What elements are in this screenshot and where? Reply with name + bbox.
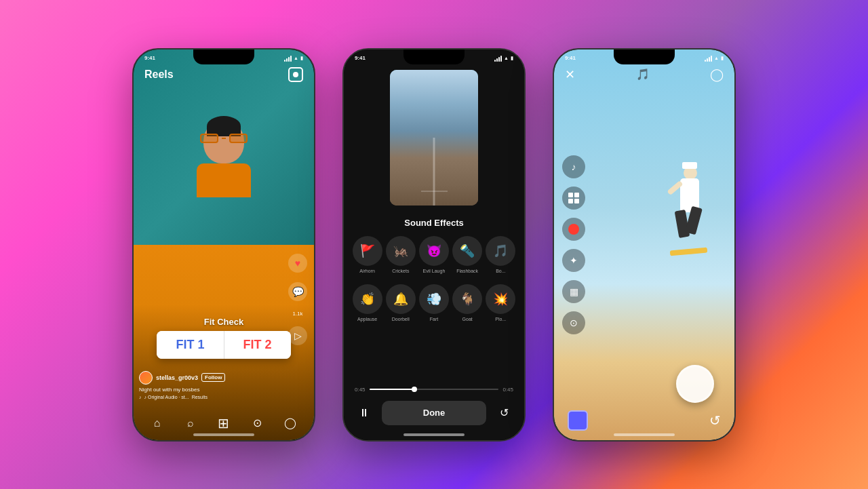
flip-camera-button[interactable]: ↺: [709, 412, 721, 429]
layout-tool[interactable]: ▦: [562, 280, 585, 303]
bar3: [288, 57, 290, 62]
more-1-label: Bo...: [496, 269, 505, 273]
sound-fart[interactable]: 💨 Fart: [418, 284, 450, 321]
status-bar-2: 9:41 ▲ ▮: [344, 52, 524, 64]
flashback-label: Flashback: [456, 269, 478, 273]
grid-tool[interactable]: [562, 187, 585, 210]
progress-thumb[interactable]: [412, 387, 417, 392]
more-2-icon: 💥: [486, 284, 515, 314]
progress-bar: 0:45 0:45: [355, 387, 513, 393]
sound-more-1[interactable]: 🎵 Bo...: [484, 236, 517, 273]
home-indicator-3: [614, 433, 675, 436]
fart-label: Fart: [430, 317, 438, 321]
skater-hat: [682, 162, 697, 169]
skater-figure: [667, 166, 721, 261]
status-time: 9:41: [144, 55, 155, 61]
nav-home[interactable]: ⌂: [150, 416, 165, 431]
user-row: stellas_gr00v3 Follow: [139, 371, 287, 385]
sound-grid: 🚩 Airhorn 🦗 Crickets 😈 Evil Laugh 🔦 Flas…: [344, 236, 524, 332]
mic-muted-icon[interactable]: 🎵: [636, 68, 650, 81]
nav-create[interactable]: ⊞: [216, 416, 231, 431]
comment-button[interactable]: 💬: [288, 282, 307, 301]
sound-applause[interactable]: 👏 Applause: [351, 284, 384, 321]
timer-tool[interactable]: ⊙: [562, 311, 585, 334]
skater-body: [667, 166, 721, 261]
sound-airhorn[interactable]: 🚩 Airhorn: [351, 236, 384, 273]
more-1-icon: 🎵: [486, 236, 515, 266]
results-label[interactable]: Results: [192, 395, 208, 399]
follow-button[interactable]: Follow: [201, 373, 225, 382]
doorbell-label: Doorbell: [392, 317, 410, 321]
time-end: 0:45: [502, 387, 513, 393]
sound-evil-laugh[interactable]: 😈 Evil Laugh: [418, 236, 450, 273]
color-picker[interactable]: [568, 410, 588, 431]
done-button[interactable]: Done: [382, 401, 486, 425]
bar3: [709, 57, 710, 62]
phone1-screen: 9:41 ▲ ▮ Reels ♥ 💬 1.1k ▷: [134, 50, 314, 440]
bar1: [494, 60, 496, 62]
applause-label: Applause: [357, 317, 377, 321]
tools-panel: ♪ ✦ ▦ ⊙: [562, 155, 585, 334]
time-start: 0:45: [355, 387, 366, 393]
fit-buttons-container: FIT 1 FIT 2: [157, 331, 290, 359]
fit1-button[interactable]: FIT 1: [157, 331, 224, 359]
grid-cell: [568, 193, 573, 197]
person-body: [197, 163, 251, 197]
phone-camera: 9:41 ▲ ▮ ✕ 🎵 ◯ ♪: [553, 48, 736, 442]
glasses-right: [229, 134, 248, 143]
more-2-label: Plo...: [495, 317, 506, 321]
camera-header: ✕ 🎵 ◯: [554, 67, 734, 82]
phone-reels: 9:41 ▲ ▮ Reels ♥ 💬 1.1k ▷: [132, 48, 315, 442]
bar1: [705, 60, 706, 62]
status-icons-3: ▲ ▮: [705, 55, 724, 62]
post-caption: Night out with my bosbes: [139, 387, 287, 393]
settings-button[interactable]: ◯: [710, 67, 724, 82]
effects-tool[interactable]: ✦: [562, 249, 585, 272]
goat-label: Goat: [462, 317, 473, 321]
audio-info: ♪ ♪ Original Audio · st... Results: [139, 395, 287, 399]
signal-bars: [284, 55, 292, 62]
record-dot: [568, 224, 579, 235]
goat-icon: 🐐: [452, 284, 482, 314]
fit2-button[interactable]: FIT 2: [224, 331, 291, 359]
sound-goat[interactable]: 🐐 Goat: [451, 284, 484, 321]
evil-laugh-icon: 😈: [419, 236, 449, 266]
camera-icon[interactable]: [288, 67, 303, 82]
battery-icon-3: ▮: [721, 56, 724, 61]
nav-shop[interactable]: ⊙: [250, 416, 264, 431]
video-preview: [390, 70, 478, 206]
record-button[interactable]: [562, 218, 585, 241]
sound-crickets[interactable]: 🦗 Crickets: [384, 236, 417, 273]
sound-effects-title: Sound Effects: [344, 218, 524, 228]
music-tool[interactable]: ♪: [562, 155, 585, 178]
progress-track[interactable]: [370, 389, 499, 390]
status-icons: ▲ ▮: [284, 55, 303, 62]
replay-button[interactable]: ↺: [494, 404, 513, 423]
evil-laugh-label: Evil Laugh: [423, 269, 446, 273]
person-figure: [197, 119, 251, 197]
close-button[interactable]: ✕: [565, 67, 575, 82]
like-button[interactable]: ♥: [288, 254, 307, 273]
person-glasses: [200, 133, 248, 144]
nav-profile[interactable]: ◯: [283, 416, 298, 431]
sound-flashback[interactable]: 🔦 Flashback: [451, 236, 484, 273]
progress-fill: [370, 389, 415, 390]
shutter-button[interactable]: [676, 365, 714, 403]
fart-icon: 💨: [419, 284, 449, 314]
nav-search[interactable]: ⌕: [183, 416, 198, 431]
sound-row-1: 🚩 Airhorn 🦗 Crickets 😈 Evil Laugh 🔦 Flas…: [351, 236, 517, 273]
user-info: stellas_gr00v3 Follow Night out with my …: [139, 371, 287, 399]
road-detail: [421, 191, 448, 192]
road-line: [433, 138, 435, 206]
sound-doorbell[interactable]: 🔔 Doorbell: [384, 284, 417, 321]
signal-bars-2: [494, 55, 502, 62]
music-note-icon: ♪: [139, 395, 142, 399]
bar2: [496, 58, 498, 62]
reels-header: Reels: [134, 67, 314, 82]
wifi-icon-2: ▲: [504, 56, 509, 60]
pause-button[interactable]: ⏸: [355, 404, 374, 423]
applause-icon: 👏: [353, 284, 382, 314]
doorbell-icon: 🔔: [386, 284, 416, 314]
sound-more-2[interactable]: 💥 Plo...: [484, 284, 517, 321]
flashback-icon: 🔦: [452, 236, 482, 266]
